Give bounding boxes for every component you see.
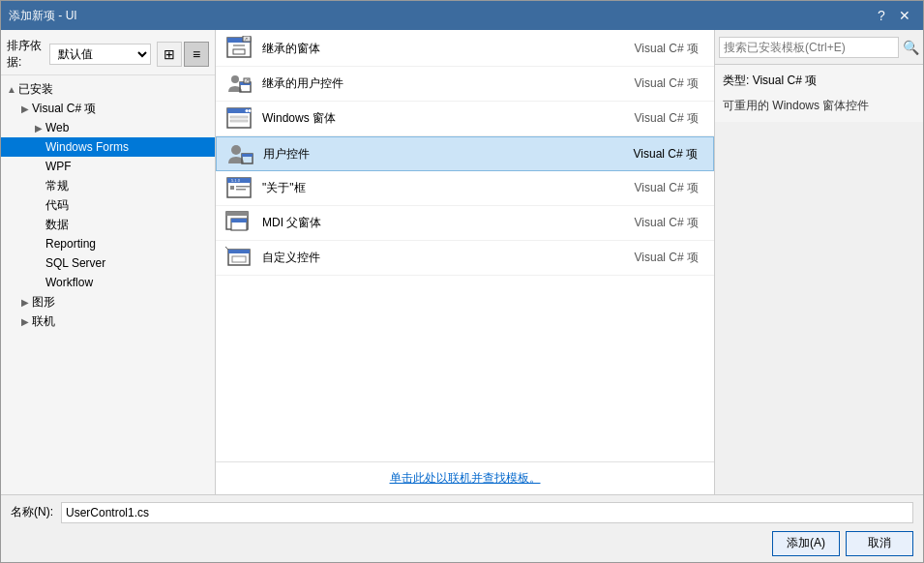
item-category-inherited-form: Visual C# 项 bbox=[619, 41, 706, 57]
svg-rect-24 bbox=[236, 186, 250, 188]
arrow-icon: ▶ bbox=[32, 123, 45, 133]
tree-item-wpf[interactable]: WPF bbox=[1, 157, 215, 176]
cancel-button[interactable]: 取消 bbox=[846, 531, 913, 556]
type-label: 类型: Visual C# 项 bbox=[723, 73, 915, 89]
name-input[interactable] bbox=[61, 502, 913, 523]
item-category-windows-form: Visual C# 项 bbox=[619, 110, 706, 127]
item-name-mdi-parent: MDI 父窗体 bbox=[262, 215, 619, 231]
name-row: 名称(N): bbox=[11, 502, 913, 523]
tree-label: Windows Forms bbox=[45, 140, 129, 154]
right-panel: 类型: Visual C# 项 可重用的 Windows 窗体控件 bbox=[715, 65, 923, 122]
tree-label: 图形 bbox=[32, 294, 55, 311]
tree-label: 代码 bbox=[45, 197, 69, 214]
help-button[interactable]: ? bbox=[871, 5, 892, 26]
search-icon[interactable]: 🔍 bbox=[903, 40, 919, 55]
svg-rect-16 bbox=[230, 120, 248, 122]
dialog: 添加新项 - UI ? ✕ 排序依据: 默认值 ⊞ ≡ ▲ 已安 bbox=[0, 0, 924, 563]
svg-rect-2 bbox=[233, 49, 245, 54]
item-inherited-user-control[interactable]: ↗ 继承的用户控件 Visual C# 项 bbox=[216, 67, 714, 102]
item-icon-user-control bbox=[224, 138, 255, 169]
item-icon-inherited-user-control: ↗ bbox=[224, 69, 254, 100]
svg-text:5.1.0: 5.1.0 bbox=[231, 178, 241, 183]
tree-label: 常规 bbox=[45, 178, 69, 194]
tree-label: SQL Server bbox=[45, 256, 105, 270]
item-icon-inherited-form: ↗ bbox=[224, 34, 254, 65]
online-templates-link[interactable]: 单击此处以联机并查找模板。 bbox=[390, 471, 541, 485]
tree-item-workflow[interactable]: Workflow bbox=[1, 273, 215, 292]
item-icon-mdi-parent bbox=[224, 208, 254, 239]
svg-line-33 bbox=[225, 247, 228, 250]
item-name-about-box: "关于"框 bbox=[262, 180, 619, 196]
tree-item-networking[interactable]: ▶ 联机 bbox=[1, 311, 215, 331]
item-windows-form[interactable]: Windows 窗体 Visual C# 项 bbox=[216, 102, 714, 136]
svg-rect-15 bbox=[230, 116, 248, 118]
item-category-mdi-parent: Visual C# 项 bbox=[619, 215, 706, 231]
svg-rect-23 bbox=[230, 186, 234, 190]
tree-label: Workflow bbox=[45, 276, 93, 289]
add-button[interactable]: 添加(A) bbox=[772, 531, 840, 556]
link-area: 单击此处以联机并查找模板。 bbox=[216, 461, 714, 494]
svg-rect-25 bbox=[236, 189, 246, 191]
search-input[interactable] bbox=[719, 37, 899, 58]
arrow-icon: ▶ bbox=[18, 104, 32, 114]
sort-select[interactable]: 默认值 bbox=[49, 44, 151, 65]
arrow-icon: ▲ bbox=[5, 84, 18, 95]
grid-view-button[interactable]: ⊞ bbox=[157, 42, 182, 67]
sort-label: 排序依据: bbox=[7, 38, 44, 71]
tree-item-data[interactable]: 数据 bbox=[1, 215, 215, 234]
item-icon-windows-form bbox=[224, 104, 254, 134]
svg-point-13 bbox=[246, 109, 249, 112]
tree-label: Visual C# 项 bbox=[32, 101, 96, 117]
item-about-box[interactable]: 5.1.0 "关于"框 Visual C# 项 bbox=[216, 171, 714, 206]
title-bar: 添加新项 - UI ? ✕ bbox=[1, 1, 923, 30]
tree-label: Reporting bbox=[45, 237, 96, 251]
tree-label: 数据 bbox=[45, 217, 69, 233]
item-custom-control[interactable]: 自定义控件 Visual C# 项 bbox=[216, 241, 714, 276]
item-category-about-box: Visual C# 项 bbox=[619, 180, 706, 196]
search-bar: 🔍 bbox=[715, 30, 923, 65]
svg-text:↗: ↗ bbox=[245, 77, 249, 83]
tree-item-reporting[interactable]: Reporting bbox=[1, 234, 215, 253]
item-name-windows-form: Windows 窗体 bbox=[262, 110, 619, 127]
item-mdi-parent[interactable]: MDI 父窗体 Visual C# 项 bbox=[216, 206, 714, 241]
items-list: ↗ 继承的窗体 Visual C# 项 bbox=[216, 30, 714, 461]
item-user-control[interactable]: 用户控件 Visual C# 项 bbox=[216, 136, 714, 171]
item-name-inherited-form: 继承的窗体 bbox=[262, 41, 619, 57]
list-view-button[interactable]: ≡ bbox=[184, 42, 209, 67]
left-panel: 排序依据: 默认值 ⊞ ≡ ▲ 已安装 ▶ Visual C# 项 ▶ bbox=[1, 30, 216, 494]
svg-point-6 bbox=[231, 75, 239, 83]
tree-item-graphics[interactable]: ▶ 图形 bbox=[1, 292, 215, 311]
item-name-inherited-user-control: 继承的用户控件 bbox=[262, 75, 619, 92]
svg-rect-19 bbox=[242, 154, 253, 157]
tree-item-installed[interactable]: ▲ 已安装 bbox=[1, 79, 215, 99]
item-category-user-control: Visual C# 项 bbox=[618, 146, 705, 163]
tree-item-windows-forms[interactable]: Windows Forms bbox=[1, 137, 215, 157]
title-bar-controls: ? ✕ bbox=[871, 5, 915, 26]
item-icon-custom-control bbox=[224, 243, 254, 274]
tree-item-sql-server[interactable]: SQL Server bbox=[1, 253, 215, 273]
svg-point-14 bbox=[249, 109, 252, 112]
tree-item-code[interactable]: 代码 bbox=[1, 195, 215, 215]
item-name-custom-control: 自定义控件 bbox=[262, 250, 619, 266]
close-button[interactable]: ✕ bbox=[894, 5, 915, 26]
tree-label: Web bbox=[45, 121, 69, 134]
right-with-search: 🔍 类型: Visual C# 项 可重用的 Windows 窗体控件 bbox=[715, 30, 923, 494]
name-label: 名称(N): bbox=[11, 504, 53, 520]
svg-text:↗: ↗ bbox=[244, 36, 248, 42]
middle-panel: ↗ 继承的窗体 Visual C# 项 bbox=[216, 30, 715, 494]
tree-item-visual-cs[interactable]: ▶ Visual C# 项 bbox=[1, 99, 215, 118]
item-name-user-control: 用户控件 bbox=[263, 146, 618, 163]
tree-label: 已安装 bbox=[18, 81, 53, 98]
item-category-inherited-user-control: Visual C# 项 bbox=[619, 75, 706, 92]
svg-rect-27 bbox=[226, 212, 248, 216]
svg-rect-29 bbox=[231, 219, 247, 222]
tree-item-changgui[interactable]: 常规 bbox=[1, 176, 215, 195]
button-row: 添加(A) 取消 bbox=[11, 531, 913, 556]
dialog-title: 添加新项 - UI bbox=[9, 8, 77, 24]
tree-item-web[interactable]: ▶ Web bbox=[1, 118, 215, 137]
tree-label: WPF bbox=[45, 160, 72, 173]
bottom-bar: 名称(N): 添加(A) 取消 bbox=[1, 494, 923, 562]
item-icon-about-box: 5.1.0 bbox=[224, 173, 254, 204]
svg-rect-31 bbox=[228, 250, 250, 253]
item-inherited-form[interactable]: ↗ 继承的窗体 Visual C# 项 bbox=[216, 32, 714, 67]
